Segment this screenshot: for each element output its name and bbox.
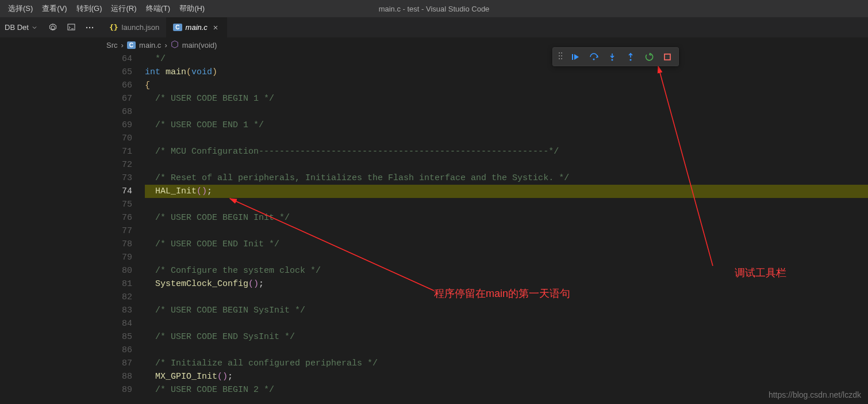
line-number: 66	[0, 79, 138, 92]
svg-point-12	[611, 59, 613, 60]
svg-point-6	[559, 55, 560, 56]
code-line[interactable]: /* Initialize all configured peripherals…	[145, 357, 868, 370]
svg-point-2	[89, 26, 90, 28]
code-line[interactable]	[145, 198, 868, 211]
code-line[interactable]: {	[145, 79, 868, 92]
svg-rect-14	[665, 54, 670, 60]
code-line[interactable]	[145, 317, 868, 330]
code-line[interactable]	[145, 105, 868, 119]
json-icon: {}	[109, 23, 118, 32]
code-line[interactable]	[145, 251, 868, 264]
line-number: 81	[0, 277, 138, 291]
tab-label: main.c	[186, 23, 208, 32]
line-number: 70	[0, 132, 138, 145]
code-line[interactable]	[145, 132, 868, 145]
menubar: 选择(S) 查看(V) 转到(G) 运行(R) 终端(T) 帮助(H) main…	[0, 0, 868, 17]
line-number: 78	[0, 238, 138, 251]
code-content[interactable]: */int main(void){ /* USER CODE BEGIN 1 *…	[145, 52, 868, 397]
menu-goto[interactable]: 转到(G)	[72, 3, 107, 14]
chevron-right-icon: ›	[121, 41, 124, 49]
code-line[interactable]: HAL_Init();	[145, 185, 868, 198]
step-out-button[interactable]	[622, 49, 639, 64]
code-line[interactable]: /* USER CODE END SysInit */	[145, 330, 868, 344]
line-number: 68	[0, 105, 138, 119]
code-line[interactable]: MX_GPIO_Init();	[145, 370, 868, 383]
menu-help[interactable]: 帮助(H)	[175, 3, 209, 14]
line-number: 67	[0, 92, 138, 105]
line-number: 86	[0, 344, 138, 357]
toolbar: DB Det {} launch.json C main.c	[0, 17, 868, 37]
code-line[interactable]: /* USER CODE BEGIN Init */	[145, 211, 868, 224]
line-number: 88	[0, 370, 138, 383]
code-line[interactable]: /* USER CODE END 1 */	[145, 119, 868, 132]
code-line[interactable]: int main(void)	[145, 66, 868, 79]
step-into-button[interactable]	[604, 49, 621, 64]
editor[interactable]: 6465666768697071727374757677787980818283…	[0, 52, 868, 404]
menu-run[interactable]: 运行(R)	[106, 3, 141, 14]
close-icon[interactable]	[211, 23, 220, 32]
drag-handle-icon[interactable]	[555, 49, 566, 64]
tab-launch-json[interactable]: {} launch.json	[102, 17, 166, 37]
tab-main-c[interactable]: C main.c	[166, 17, 227, 37]
gear-icon[interactable]	[45, 20, 61, 36]
debug-console-icon[interactable]	[63, 20, 79, 36]
restart-button[interactable]	[640, 49, 658, 64]
svg-rect-10	[572, 54, 573, 60]
line-number: 75	[0, 198, 138, 211]
step-over-button[interactable]	[585, 49, 602, 64]
code-line[interactable]	[145, 344, 868, 357]
debug-toolbar	[552, 47, 679, 66]
c-file-icon: C	[173, 24, 182, 31]
symbol-method-icon	[171, 40, 179, 50]
svg-point-5	[561, 52, 562, 54]
line-number: 79	[0, 251, 138, 264]
code-line[interactable]: /* MCU Configuration--------------------…	[145, 145, 868, 158]
continue-button[interactable]	[567, 49, 584, 64]
line-number: 73	[0, 171, 138, 185]
c-file-icon: C	[127, 41, 136, 49]
line-number: 89	[0, 383, 138, 397]
svg-point-4	[559, 52, 560, 54]
breadcrumb-symbol[interactable]: main(void)	[182, 41, 217, 49]
menu-terminal[interactable]: 终端(T)	[141, 3, 175, 14]
code-line[interactable]: /* Reset of all peripherals, Initializes…	[145, 171, 868, 185]
line-number: 74	[0, 185, 138, 198]
svg-point-13	[629, 59, 631, 60]
svg-point-9	[561, 58, 562, 59]
line-number: 84	[0, 317, 138, 330]
more-icon[interactable]	[82, 20, 98, 36]
line-number: 83	[0, 304, 138, 317]
tab-label: launch.json	[122, 23, 160, 32]
line-number: 76	[0, 211, 138, 224]
gutter: 6465666768697071727374757677787980818283…	[0, 52, 138, 397]
code-line[interactable]	[145, 224, 868, 238]
line-number: 72	[0, 158, 138, 171]
line-number: 71	[0, 145, 138, 158]
code-line[interactable]: /* USER CODE BEGIN 1 */	[145, 92, 868, 105]
svg-point-1	[86, 26, 87, 28]
annotation-right: 调试工具栏	[735, 266, 786, 280]
line-number: 80	[0, 264, 138, 277]
line-number: 87	[0, 357, 138, 370]
breadcrumb[interactable]: Src › C main.c › main(void)	[0, 37, 868, 52]
debug-config-dropdown[interactable]: DB Det	[2, 23, 40, 32]
code-line[interactable]	[145, 158, 868, 171]
menu-select[interactable]: 选择(S)	[3, 3, 37, 14]
code-line[interactable]: /* USER CODE BEGIN 2 */	[145, 383, 868, 397]
stop-button[interactable]	[659, 49, 676, 64]
window-title: main.c - test - Visual Studio Code	[379, 5, 490, 13]
annotation-left: 程序停留在main的第一天语句	[434, 287, 570, 300]
line-number: 85	[0, 330, 138, 344]
breadcrumb-folder[interactable]: Src	[106, 41, 118, 49]
code-line[interactable]: */	[145, 52, 868, 66]
svg-point-11	[593, 58, 594, 60]
code-line[interactable]: /* USER CODE END Init */	[145, 238, 868, 251]
watermark: https://blog.csdn.net/lczdk	[769, 390, 861, 399]
line-number: 65	[0, 66, 138, 79]
code-line[interactable]: /* USER CODE BEGIN SysInit */	[145, 304, 868, 317]
breadcrumb-file[interactable]: main.c	[139, 41, 161, 49]
menu-view[interactable]: 查看(V)	[37, 3, 71, 14]
line-number: 69	[0, 119, 138, 132]
line-number: 82	[0, 291, 138, 304]
svg-point-8	[559, 58, 560, 59]
